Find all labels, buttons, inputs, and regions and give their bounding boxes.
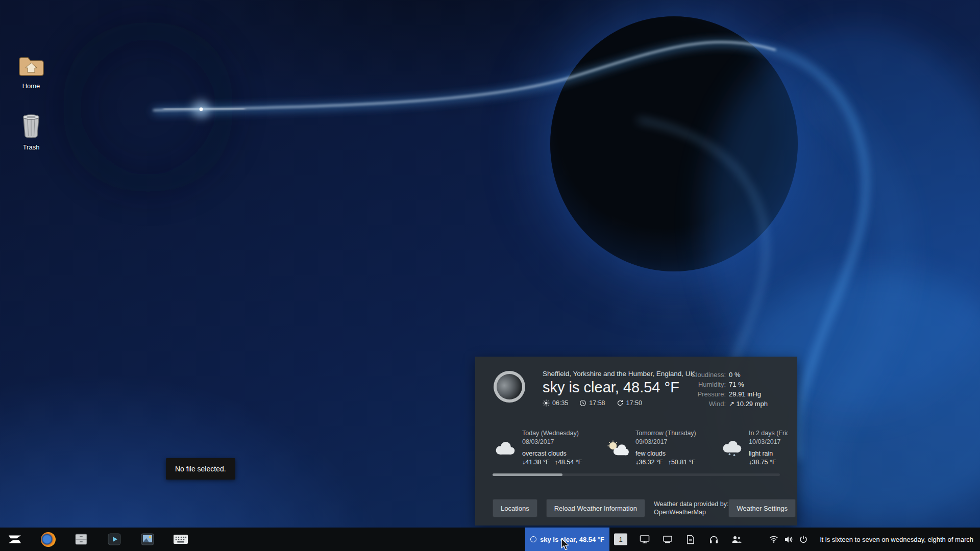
stat-label: Cloudiness: [691,370,726,380]
sun-icon [543,399,550,407]
keyboard-icon [173,534,188,545]
firefox-icon [41,532,56,547]
weather-stats: Cloudiness: 0 % Humidity: 71 % Pressure:… [691,370,768,409]
monitor-icon [640,535,650,544]
desktop-icon-label: Trash [23,143,40,151]
keyboard-launcher[interactable] [173,532,188,547]
image-viewer-launcher[interactable] [140,532,155,547]
forecast-scrollbar-track[interactable] [493,473,780,476]
media-app-icon [107,533,121,546]
sunset-time: 17:58 [579,399,605,407]
file-manager-icon [74,533,88,546]
trash-can-icon [20,113,42,141]
refresh-icon [617,399,624,407]
network-status-button[interactable] [769,535,778,544]
desktop-icon-home[interactable]: Home [10,55,53,90]
reload-weather-button[interactable]: Reload Weather Information [546,499,645,517]
power-icon [799,535,807,543]
stat-label: Humidity: [691,380,726,389]
sunrise-time: 06:35 [543,399,568,407]
display-tray-button[interactable] [639,534,650,545]
stat-value: ↗ 10.29 mph [729,399,768,409]
screen-icon [663,535,673,544]
clear-sky-icon [530,536,536,542]
volume-button[interactable] [784,535,793,544]
document-tray-button[interactable] [685,534,696,545]
forecast-scrollbar-thumb[interactable] [493,473,562,476]
users-icon [731,535,742,544]
weather-widget-panel: Sheffield, Yorkshire and the Humber, Eng… [475,357,797,525]
stat-value: 29.91 inHg [729,389,768,399]
sun-cloud-icon [607,440,629,458]
firefox-launcher[interactable] [40,532,56,547]
moon-phase-icon [494,371,525,403]
home-folder-icon [18,55,44,80]
clock-icon [579,399,586,407]
power-button[interactable] [799,535,808,544]
headphones-icon [709,535,719,544]
file-manager-launcher[interactable] [74,532,89,547]
document-icon [687,535,695,544]
weather-headline: sky is clear, 48.54 °F [543,379,695,396]
desktop-icon-label: Home [22,82,40,90]
workspace-switcher[interactable]: 1 [614,534,627,545]
weather-location: Sheffield, Yorkshire and the Humber, Eng… [543,370,695,378]
desktop-screen: Home Trash No file selected. Sheffield, … [0,0,980,551]
stat-value: 0 % [729,370,768,380]
stat-value: 71 % [729,380,768,389]
screen-share-tray-button[interactable] [662,534,673,545]
forecast-day-tomorrow: Tomorrow (Thursday) 09/03/2017 few cloud… [604,429,717,471]
media-app-launcher[interactable] [107,532,122,547]
zorin-menu-button[interactable] [7,532,22,547]
speaker-icon [785,536,793,543]
forecast-day-today: Today (Wednesday) 08/03/2017 overcast cl… [491,429,604,471]
weather-settings-button[interactable]: Weather Settings [728,499,795,517]
audio-device-tray-button[interactable] [708,534,719,545]
image-viewer-icon [140,533,155,546]
weather-provider-note: Weather data provided by: OpenWeatherMap [654,500,728,516]
taskbar: sky is clear, 48.54 °F 1 [0,528,980,551]
locations-button[interactable]: Locations [493,499,537,517]
last-updated-time: 17:50 [617,399,642,407]
cloud-icon [494,440,516,458]
forecast-strip[interactable]: Today (Wednesday) 08/03/2017 overcast cl… [491,429,788,471]
users-tray-button[interactable] [731,534,742,545]
fuzzy-clock[interactable]: it is sixteen to seven on wednesday, eig… [820,528,973,551]
wifi-icon [769,536,778,543]
zorin-logo-icon [7,533,22,546]
desktop-icon-trash[interactable]: Trash [10,113,53,151]
stat-label: Pressure: [691,389,726,399]
forecast-day-after: In 2 days (Friday) 10/03/2017 light rain… [717,429,788,471]
stat-label: Wind: [691,399,726,409]
no-file-selected-tooltip: No file selected. [166,458,235,480]
mouse-cursor [560,538,570,550]
weather-footer: Locations Reload Weather Information Wea… [493,499,791,517]
rain-cloud-icon [720,440,743,459]
weather-current: Sheffield, Yorkshire and the Humber, Eng… [543,370,695,407]
